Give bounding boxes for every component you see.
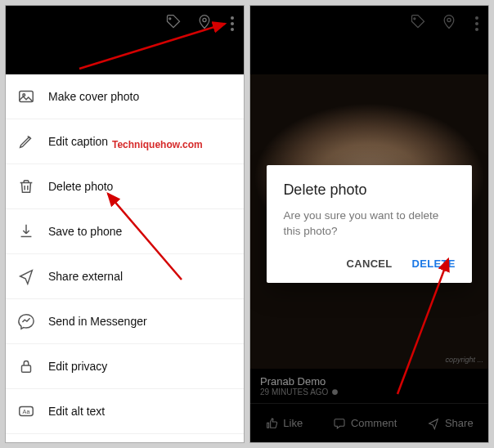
svg-point-0 <box>169 18 171 20</box>
menu-item-edit-privacy[interactable]: Edit privacy <box>6 344 244 389</box>
tag-icon[interactable] <box>165 14 182 34</box>
menu-item-label: Make cover photo <box>48 90 139 103</box>
menu-item-share-external[interactable]: Share external <box>6 254 244 299</box>
image-icon <box>17 87 35 105</box>
cancel-button[interactable]: CANCEL <box>347 258 393 270</box>
menu-item-label: Send in Messenger <box>48 315 147 328</box>
download-icon <box>17 222 35 240</box>
menu-item-label: Delete photo <box>48 180 113 193</box>
menu-item-label: Edit caption <box>48 135 108 148</box>
menu-item-send-messenger[interactable]: Send in Messenger <box>6 299 244 344</box>
svg-rect-4 <box>22 365 31 372</box>
dialog-message: Are you sure you want to delete this pho… <box>283 208 455 240</box>
svg-point-1 <box>203 18 206 21</box>
alt-text-icon: Aa <box>17 402 35 420</box>
menu-item-save-to-phone[interactable]: Save to phone <box>6 209 244 254</box>
share-icon <box>17 267 35 285</box>
delete-confirm-dialog: Delete photo Are you sure you want to de… <box>267 165 471 283</box>
messenger-icon <box>17 312 35 330</box>
menu-item-label: Share external <box>48 270 123 283</box>
menu-item-edit-alt-text[interactable]: Aa Edit alt text <box>6 389 244 434</box>
right-screenshot: copyright ... Pranab Demo 29 MINUTES AGO… <box>249 5 489 443</box>
menu-item-label: Save to phone <box>48 225 122 238</box>
menu-item-make-cover[interactable]: Make cover photo <box>6 74 244 119</box>
dialog-backdrop: Delete photo Are you sure you want to de… <box>250 6 488 442</box>
more-vertical-icon[interactable] <box>227 15 237 33</box>
pencil-icon <box>17 132 35 150</box>
menu-item-label: Edit privacy <box>48 360 107 373</box>
watermark-text: Techniquehow.com <box>112 139 203 150</box>
location-icon[interactable] <box>196 14 213 34</box>
photo-options-menu: Make cover photo Edit caption Delete pho… <box>6 74 244 434</box>
menu-item-label: Edit alt text <box>48 405 105 418</box>
lock-icon <box>17 357 35 375</box>
trash-icon <box>17 177 35 195</box>
left-screenshot: Make cover photo Edit caption Delete pho… <box>5 5 245 443</box>
delete-button[interactable]: DELETE <box>412 258 456 270</box>
topbar <box>6 6 244 74</box>
menu-item-delete-photo[interactable]: Delete photo <box>6 164 244 209</box>
svg-text:Aa: Aa <box>23 408 31 415</box>
dialog-title: Delete photo <box>283 181 455 199</box>
